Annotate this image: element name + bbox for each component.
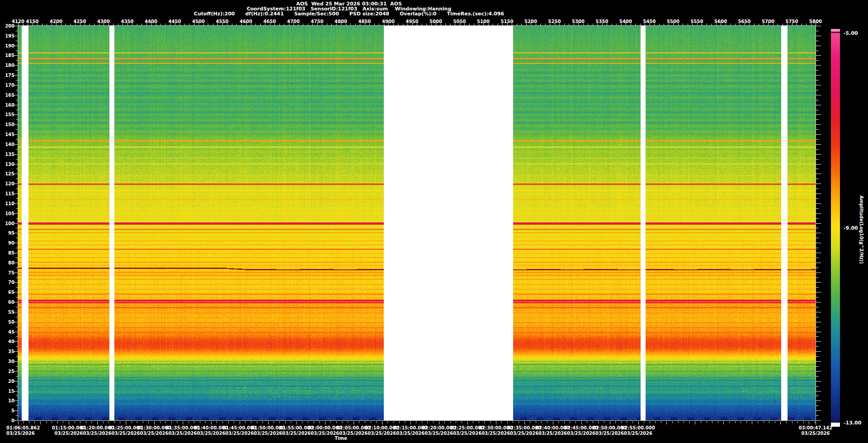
axis-tick — [786, 421, 787, 423]
axis-tick — [462, 421, 462, 423]
axis-tick — [14, 124, 18, 125]
axis-tick — [200, 421, 200, 423]
axis-tick — [816, 119, 819, 120]
axis-tick — [816, 322, 821, 322]
axis-tick — [816, 278, 819, 278]
axis-tick — [14, 361, 18, 362]
axis-tick — [816, 139, 819, 140]
axis-tick — [558, 421, 559, 423]
axis-tick — [40, 421, 41, 424]
record-tick-label: 4950 — [406, 19, 419, 24]
axis-tick — [604, 421, 604, 423]
frequency-tick-label: 200 — [2, 24, 14, 28]
axis-tick — [387, 421, 388, 423]
spectrogram-canvas[interactable] — [18, 26, 816, 420]
record-tick-label: 5100 — [477, 19, 490, 24]
frequency-tick-label: 25 — [2, 368, 14, 373]
axis-tick — [684, 421, 684, 423]
frequency-tick-label: 100 — [2, 221, 14, 226]
axis-tick — [148, 421, 149, 423]
axis-tick — [803, 421, 804, 423]
axis-tick — [14, 391, 18, 391]
axis-tick — [14, 154, 18, 155]
axis-tick — [427, 421, 428, 423]
axis-tick — [519, 421, 519, 423]
axis-tick — [816, 366, 819, 367]
record-tick-label: 5650 — [738, 19, 751, 24]
axis-tick — [490, 421, 491, 423]
axis-tick — [816, 307, 819, 307]
axis-tick — [816, 327, 819, 327]
axis-tick — [314, 421, 314, 423]
axis-tick — [211, 421, 212, 424]
axis-tick — [410, 421, 411, 424]
axis-tick — [816, 105, 821, 105]
time-tick-label: 01:06:05.86203/25/2026 — [6, 425, 40, 436]
axis-tick — [34, 421, 35, 423]
axis-tick — [160, 421, 160, 423]
axis-tick — [137, 421, 137, 423]
axis-tick — [399, 421, 400, 423]
axis-tick — [816, 124, 821, 125]
axis-tick — [285, 421, 286, 423]
axis-tick — [816, 208, 819, 209]
axis-tick — [816, 421, 816, 424]
axis-tick — [816, 164, 821, 165]
axis-tick — [758, 421, 758, 423]
frequency-tick-label: 175 — [2, 73, 14, 78]
axis-tick — [97, 421, 98, 424]
axis-tick — [632, 421, 633, 423]
axis-tick — [14, 105, 18, 105]
axis-tick — [816, 189, 819, 189]
axis-tick — [479, 421, 479, 423]
axis-tick — [217, 421, 217, 423]
axis-tick — [541, 421, 542, 423]
axis-tick — [14, 233, 18, 233]
axis-tick — [735, 421, 736, 423]
axis-tick — [780, 421, 781, 424]
axis-tick — [816, 346, 819, 347]
record-tick-label: 5050 — [453, 19, 466, 24]
frequency-tick-label: 185 — [2, 53, 14, 58]
axis-tick — [769, 421, 769, 423]
axis-tick — [222, 421, 223, 423]
record-tick-label: 4300 — [97, 19, 110, 24]
axis-tick — [14, 341, 18, 342]
record-tick-label: 5750 — [786, 19, 798, 24]
frequency-tick-label: 5 — [2, 408, 14, 413]
axis-tick — [816, 41, 819, 41]
record-tick-label: 5700 — [762, 19, 774, 24]
frequency-tick-label: 115 — [2, 191, 14, 196]
header-params-row-2: Cutoff(Hz):200 df(Hz):0.2441 Sample/Sec:… — [194, 11, 504, 16]
axis-tick — [194, 421, 194, 423]
axis-tick — [816, 273, 821, 273]
record-tick-label: 5400 — [619, 19, 632, 24]
frequency-tick-label: 105 — [2, 211, 14, 216]
axis-tick — [809, 421, 809, 424]
plot-border-right — [816, 26, 816, 420]
record-tick-label: 5600 — [714, 19, 727, 24]
frequency-tick-label: 50 — [2, 319, 14, 324]
axis-tick — [816, 376, 819, 377]
axis-tick — [325, 421, 326, 424]
axis-tick — [444, 421, 445, 423]
plot-border-top — [18, 25, 816, 26]
axis-tick — [701, 421, 701, 423]
axis-tick — [729, 421, 730, 423]
axis-tick — [330, 421, 331, 423]
axis-tick — [416, 421, 416, 423]
axis-tick — [450, 421, 451, 423]
frequency-tick-label: 140 — [2, 141, 14, 146]
axis-tick — [816, 410, 821, 411]
axis-tick — [14, 312, 18, 312]
frequency-tick-label: 145 — [2, 132, 14, 137]
axis-tick — [14, 351, 18, 352]
axis-tick — [262, 421, 263, 423]
axis-tick — [581, 421, 582, 424]
axis-tick — [816, 159, 819, 160]
axis-tick — [816, 282, 821, 283]
record-tick-label: 4600 — [240, 19, 252, 24]
axis-tick — [308, 421, 308, 423]
axis-tick — [816, 184, 821, 184]
axis-tick — [655, 421, 656, 423]
